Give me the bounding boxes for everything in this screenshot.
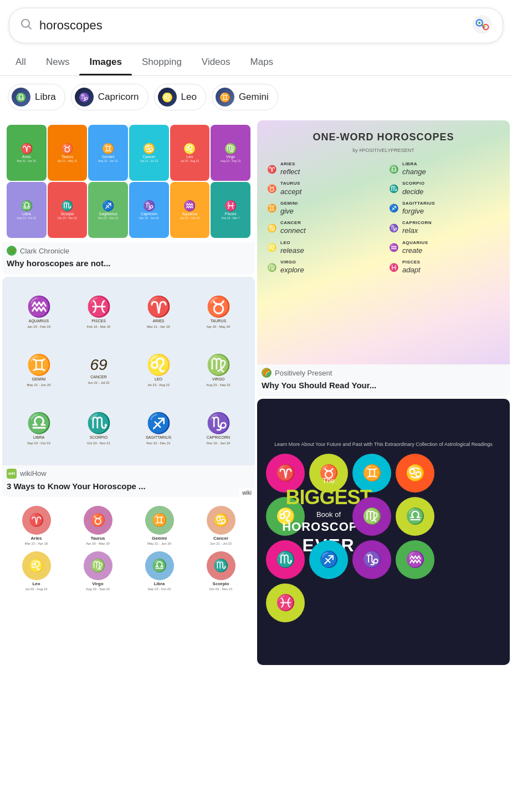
biggest-book-image: Learn More About Your Future and Past wi…: [257, 399, 510, 665]
chip-label-leo: Leo: [181, 92, 197, 103]
zs-virgo: ♍ VIRGO Aug 23 - Sep 22: [188, 342, 248, 400]
nav-tabs: All News Images Shopping Videos Maps: [0, 49, 512, 76]
cz-gemini: ♊ Gemini May 21 - Jun 20: [130, 504, 189, 547]
virgo-box: ♍ Virgo Aug 23 - Sep 22: [211, 125, 250, 181]
tab-news[interactable]: News: [36, 49, 80, 75]
tab-videos[interactable]: Videos: [192, 49, 240, 75]
zs-capricorn: ♑ CAPRICORN Dec 22 - Jan 19: [188, 400, 248, 458]
search-bar-wrap: horoscopes: [0, 0, 512, 49]
wikihow-favicon: wH: [7, 469, 17, 479]
wikihow-title: 3 Ways to Know Your Horoscope ...: [2, 480, 255, 498]
zs-sagittarius: ♐ SAGITTARIUS Nov 22 - Dec 21: [129, 400, 188, 458]
clark-chronicle-card[interactable]: ♈ Aries Mar 21 - Apr 20 ♉ Taurus Apr 21 …: [2, 120, 255, 275]
ow-sagittarius: ♐ SAGITTARIUS forgive: [388, 200, 501, 216]
chip-label-libra: Libra: [35, 92, 56, 103]
bb-top-text: Learn More About Your Future and Past wi…: [274, 441, 493, 448]
leo-box: ♌ Leo Jul 23 - Aug 22: [170, 125, 210, 181]
filter-chip-capricorn[interactable]: ♑ Capricorn: [71, 84, 149, 110]
chip-avatar-gemini: ♊: [216, 88, 234, 106]
cz-libra: ♎ Libra Sep 23 - Oct 22: [130, 550, 189, 593]
chip-avatar-libra: ♎: [12, 88, 30, 106]
zs-gemini: ♊ GEMINI May 21 - Jun 20: [9, 342, 69, 400]
bb-book-of: Book of: [316, 510, 341, 519]
left-column: ♈ Aries Mar 21 - Apr 20 ♉ Taurus Apr 21 …: [2, 120, 255, 665]
zs-leo: ♌ LEO Jul 23 - Aug 22: [129, 342, 188, 400]
libra-box: ♎ Libra Sep 23 - Oct 22: [7, 182, 47, 238]
wikihow-source: wH wikiHow: [2, 465, 255, 480]
filter-chip-leo[interactable]: ♌ Leo: [154, 84, 206, 110]
search-icon: [19, 17, 33, 34]
wikihow-card[interactable]: ♒ AQUARIUS Jan 20 - Feb 18 ♓ PISCES Feb …: [2, 277, 255, 498]
bb-circle-10: ♑: [352, 540, 391, 579]
zs-aries: ♈ ARIES Mar 21 - Apr 19: [129, 283, 188, 342]
zs-scorpio: ♏ SCORPIO Oct 23 - Nov 21: [69, 400, 129, 458]
bb-circle-6: ♍: [352, 497, 391, 536]
ow-leo: ♌ LEO release: [266, 240, 379, 256]
ow-cancer: ♋ CANCER connect: [266, 220, 379, 236]
tab-maps[interactable]: Maps: [240, 49, 284, 75]
wiki-badge: wiki: [239, 489, 255, 497]
images-grid: ♈ Aries Mar 21 - Apr 20 ♉ Taurus Apr 21 …: [0, 118, 512, 667]
wikihow-name: wikiHow: [20, 469, 47, 478]
tab-all[interactable]: All: [6, 49, 36, 75]
clark-chronicle-title: Why horoscopes are not...: [2, 257, 255, 275]
bb-circle-4: ♋: [396, 454, 434, 493]
ow-taurus: ♉ TAURUS accept: [266, 180, 379, 196]
capricorn-box: ♑ Capricorn Dec 22 - Jan 20: [129, 182, 169, 238]
filter-chips: ♎ Libra ♑ Capricorn ♌ Leo ♊ Gemini: [0, 76, 512, 118]
chip-avatar-leo: ♌: [158, 88, 177, 106]
clark-chronicle-favicon: 🌿: [7, 246, 17, 256]
gemini-box: ♊ Gemini May 22 - Jun 21: [88, 125, 128, 181]
svg-line-1: [29, 27, 32, 29]
cz-taurus: ♉ Taurus Apr 20 - May 20: [68, 504, 127, 547]
ow-scorpio: ♏ SCORPIO decide: [388, 180, 501, 196]
chip-avatar-capricorn: ♑: [75, 88, 94, 106]
bb-circle-9: ♐: [309, 540, 348, 579]
bb-circles: ♈ ♉ ♊ ♋ ♌ The BIGGEST Book of HOROSCOPES…: [266, 454, 501, 622]
google-lens-icon[interactable]: [472, 14, 493, 37]
zodiac-symbols-image: ♒ AQUARIUS Jan 20 - Feb 18 ♓ PISCES Feb …: [2, 277, 255, 465]
chip-label-capricorn: Capricorn: [98, 92, 139, 103]
ow-aquarius: ♒ AQUARIUS create: [388, 240, 501, 256]
chip-label-gemini: Gemini: [239, 92, 269, 103]
filter-chip-libra[interactable]: ♎ Libra: [8, 84, 65, 110]
search-bar[interactable]: horoscopes: [9, 8, 503, 43]
ow-aries: ♈ ARIES reflect: [266, 161, 379, 177]
aries-box: ♈ Aries Mar 21 - Apr 20: [7, 125, 47, 181]
scorpio-box: ♏ Scorpio Oct 23 - Nov 21: [48, 182, 88, 238]
pp-title: Why You Should Read Your...: [257, 379, 510, 397]
sagittarius-box: ♐ Sagittarius Nov 22 - Dec 21: [88, 182, 128, 238]
zs-cancer: 69 CANCER Jun 21 - Jul 22: [69, 342, 129, 400]
tab-shopping[interactable]: Shopping: [132, 49, 192, 75]
cz-aries: ♈ Aries Mar 21 - Apr 19: [7, 504, 66, 547]
bb-circle-8: ♏: [266, 540, 305, 579]
ow-subtitle: by #POSITIVELYPRESENT: [352, 148, 414, 153]
zodiac-signs-image: ♈ Aries Mar 21 - Apr 20 ♉ Taurus Apr 21 …: [2, 120, 255, 242]
pp-favicon: 🌈: [262, 368, 272, 378]
tab-images[interactable]: Images: [79, 49, 132, 75]
biggest-book-card[interactable]: Learn More About Your Future and Past wi…: [257, 399, 510, 665]
ow-gemini: ♊ GEMINI give: [266, 200, 379, 216]
ow-grid: ♈ ARIES reflect ♎ LIBRA change: [266, 161, 501, 275]
colorful-zodiac-image: ♈ Aries Mar 21 - Apr 19 ♉ Taurus Apr 20 …: [2, 499, 255, 643]
pp-source: 🌈 Positively Present: [257, 364, 510, 379]
colorful-zodiac-card[interactable]: ♈ Aries Mar 21 - Apr 19 ♉ Taurus Apr 20 …: [2, 499, 255, 643]
clark-chronicle-name: Clark Chronicle: [20, 247, 69, 255]
bb-circle-12: ♓: [266, 583, 305, 622]
cz-scorpio: ♏ Scorpio Oct 23 - Nov 21: [191, 550, 250, 593]
ow-pisces: ♓ PISCES adapt: [388, 259, 501, 275]
filter-chip-gemini[interactable]: ♊ Gemini: [212, 84, 278, 110]
pisces-box: ♓ Pisces Feb 20 - Mar 7: [211, 182, 250, 238]
right-column: ONE-WORD HOROSCOPES by #POSITIVELYPRESEN…: [257, 120, 510, 665]
zs-libra: ♎ LIBRA Sep 23 - Oct 22: [9, 400, 69, 458]
pp-name: Positively Present: [275, 369, 332, 377]
search-query: horoscopes: [39, 18, 465, 33]
ow-libra: ♎ LIBRA change: [388, 161, 501, 177]
one-word-horoscopes-card[interactable]: ONE-WORD HOROSCOPES by #POSITIVELYPRESEN…: [257, 120, 510, 397]
zs-pisces: ♓ PISCES Feb 19 - Mar 20: [69, 283, 129, 342]
ow-title: ONE-WORD HOROSCOPES: [313, 131, 454, 143]
svg-point-6: [478, 22, 480, 24]
cz-virgo: ♍ Virgo Aug 23 - Sep 22: [68, 550, 127, 593]
aquarius-box: ♒ Aquarius Jan 21 - Feb 19: [170, 182, 210, 238]
ow-capricorn: ♑ CAPRICORN relax: [388, 220, 501, 236]
